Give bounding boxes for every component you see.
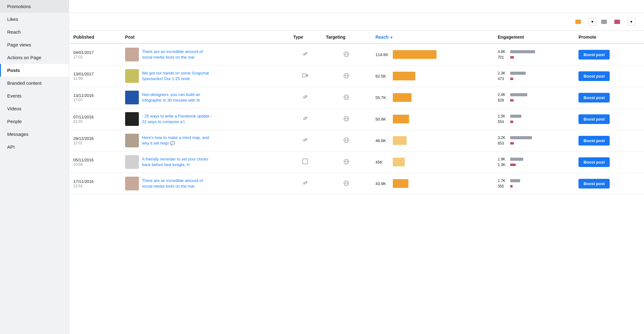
col-promote: Promote	[574, 31, 644, 44]
date-time: 17:01	[73, 55, 116, 59]
sidebar-item-videos[interactable]: Videos	[0, 102, 69, 115]
engagement-clicks-bar	[510, 50, 535, 53]
boost-post-button[interactable]: Boost post	[578, 50, 610, 60]
date-main: 05/11/2016	[73, 158, 116, 162]
boost-post-button[interactable]: Boost post	[578, 157, 610, 167]
engagement-cell: 2.4K 628	[493, 87, 574, 108]
date-main: 13/11/2016	[73, 93, 116, 98]
table-row: 07/11/201601:01 - 25 ways to write a Fac…	[69, 108, 644, 130]
boost-post-button[interactable]: Boost post	[578, 136, 610, 146]
post-link[interactable]: Non-designers, you can build an infograp…	[142, 92, 212, 103]
sidebar-item-messages[interactable]: Messages	[0, 128, 69, 141]
targeting-globe-icon	[343, 118, 349, 123]
table-row: 04/01/201717:01 There are an incredible …	[69, 44, 644, 65]
table-header: Published Post Type Targeting Reach ▼ En…	[69, 31, 644, 44]
engagement-reactions-row: 628	[498, 98, 570, 103]
post-link[interactable]: - 25 ways to write a Facebook update - 2…	[142, 113, 212, 125]
table-row: 13/01/201711:59 We got our hands on some…	[69, 65, 644, 87]
type-cell	[289, 108, 321, 130]
engagement-clicks-num: 3.2K	[498, 136, 508, 140]
type-icon	[302, 139, 308, 144]
engagement-cell: 4.8K 701	[493, 44, 574, 65]
table-row: 28/12/201612:01 Here's how to make a min…	[69, 130, 644, 151]
legend-clicks	[601, 20, 609, 24]
boost-post-button[interactable]: Boost post	[578, 114, 610, 124]
targeting-globe-icon	[343, 54, 349, 58]
targeting-cell	[321, 87, 371, 108]
type-icon	[302, 182, 308, 187]
post-thumbnail	[125, 48, 139, 61]
reach-bar	[393, 72, 415, 80]
type-cell	[289, 87, 321, 108]
post-link[interactable]: There are an incredible amount of social…	[142, 178, 212, 189]
targeting-cell	[321, 173, 371, 194]
reach-cell: 114.6K	[371, 44, 493, 65]
chevron-down-icon2: ▾	[630, 19, 632, 24]
table-row: 05/11/201610:59 A friendly reminder to s…	[69, 151, 644, 173]
boost-post-button[interactable]: Boost post	[578, 93, 610, 103]
reach-dropdown[interactable]: ▾	[588, 18, 596, 26]
col-reach[interactable]: Reach ▼	[371, 31, 493, 44]
date-main: 04/01/2017	[73, 50, 116, 55]
legend-reach	[575, 20, 583, 24]
type-icon	[302, 117, 308, 122]
col-post: Post	[121, 31, 289, 44]
post-link[interactable]: We got our hands on some Snapchat Specta…	[142, 70, 212, 82]
table-row: 13/11/201617:07 Non-designers, you can b…	[69, 87, 644, 108]
date-time: 10:59	[73, 162, 116, 167]
sidebar-item-actions-on-page[interactable]: Actions on Page	[0, 51, 69, 64]
targeting-globe-icon	[343, 75, 349, 80]
legend-bar: ▾ ▾	[69, 13, 644, 31]
engagement-reactions-bar	[510, 99, 514, 102]
sidebar-item-likes[interactable]: Likes	[0, 13, 69, 26]
post-link[interactable]: There are an incredible amount of social…	[142, 49, 212, 60]
sidebar-item-api[interactable]: API	[0, 141, 69, 153]
type-cell	[289, 173, 321, 194]
boost-post-button[interactable]: Boost post	[578, 71, 610, 81]
post-cell: Non-designers, you can build an infograp…	[121, 87, 289, 108]
post-cell: A friendly reminder to set your clocks b…	[121, 151, 289, 173]
type-cell	[289, 130, 321, 151]
engagement-cell: 1.9K 1.3K	[493, 151, 574, 173]
reactions-dropdown[interactable]: ▾	[627, 18, 635, 26]
date-cell: 17/11/201612:01	[69, 173, 121, 194]
engagement-clicks-bar	[510, 93, 527, 96]
engagement-clicks-bar	[510, 115, 521, 118]
sidebar-item-page-views[interactable]: Page views	[0, 38, 69, 51]
date-cell: 07/11/201601:01	[69, 108, 121, 130]
engagement-reactions-row: 554	[498, 120, 570, 124]
post-link[interactable]: Here's how to make a mind map, and why i…	[142, 135, 212, 146]
targeting-cell	[321, 65, 371, 87]
targeting-globe-icon	[343, 140, 349, 144]
reach-number: 114.6K	[375, 52, 390, 57]
svg-rect-17	[303, 159, 308, 164]
engagement-reactions-row: 355	[498, 184, 570, 188]
engagement-cell: 1.7K 355	[493, 173, 574, 194]
sidebar-item-people[interactable]: People	[0, 115, 69, 128]
col-type: Type	[289, 31, 321, 44]
post-thumbnail	[125, 69, 139, 83]
engagement-clicks-row: 1.7K	[498, 179, 570, 183]
type-cell	[289, 151, 321, 173]
reach-cell: 55.7K	[371, 87, 493, 108]
post-link[interactable]: A friendly reminder to set your clocks b…	[142, 156, 212, 168]
engagement-reactions-num: 1.3K	[498, 163, 508, 167]
sidebar-item-promotions[interactable]: Promotions	[0, 0, 69, 13]
sidebar-item-reach[interactable]: Reach	[0, 26, 69, 38]
svg-rect-3	[302, 74, 306, 77]
promote-cell: Boost post	[574, 65, 644, 87]
boost-post-button[interactable]: Boost post	[578, 179, 610, 188]
legend-reactions	[614, 20, 622, 24]
reach-bar	[393, 158, 405, 166]
post-cell: There are an incredible amount of social…	[121, 44, 289, 65]
engagement-reactions-num: 355	[498, 184, 508, 188]
posts-table: Published Post Type Targeting Reach ▼ En…	[69, 31, 644, 194]
engagement-cell: 1.5K 554	[493, 108, 574, 130]
sidebar-item-posts[interactable]: Posts	[0, 64, 69, 77]
engagement-reactions-row: 653	[498, 141, 570, 146]
engagement-reactions-row: 473	[498, 77, 570, 81]
sidebar-item-events[interactable]: Events	[0, 89, 69, 102]
type-icon	[302, 74, 308, 79]
engagement-clicks-row: 3.2K	[498, 136, 570, 140]
sidebar-item-branded-content[interactable]: Branded content	[0, 77, 69, 89]
